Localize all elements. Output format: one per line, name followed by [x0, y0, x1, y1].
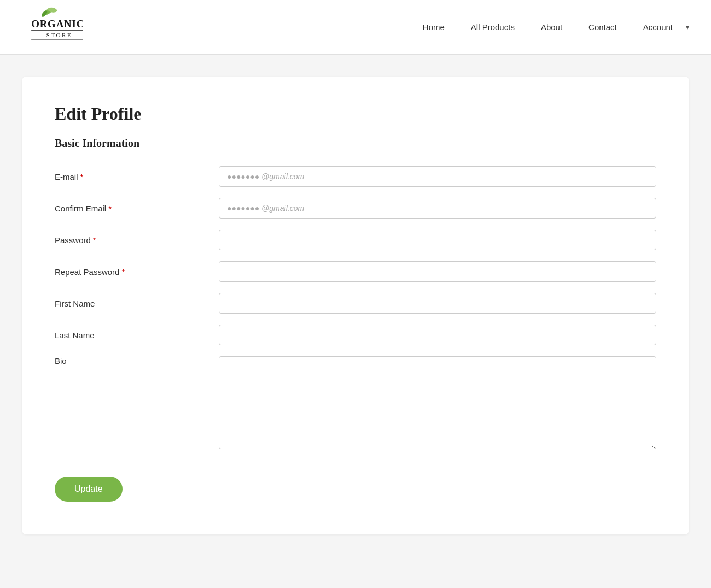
first-name-input[interactable] [219, 293, 656, 314]
password-row: Password* [55, 230, 656, 250]
nav-account[interactable]: Account [632, 18, 684, 36]
email-label: E-mail* [55, 172, 219, 181]
svg-text:STORE: STORE [46, 32, 73, 38]
form-card: Edit Profile Basic Information E-mail* C… [22, 77, 689, 534]
nav-all-products[interactable]: All Products [460, 18, 526, 36]
section-title: Basic Information [55, 137, 656, 150]
last-name-input[interactable] [219, 325, 656, 345]
nav-home[interactable]: Home [412, 18, 456, 36]
bio-label: Bio [55, 356, 219, 366]
last-name-row: Last Name [55, 325, 656, 345]
password-required-star: * [93, 236, 96, 245]
repeat-password-label: Repeat Password* [55, 267, 219, 277]
repeat-password-input[interactable] [219, 261, 656, 282]
chevron-down-icon: ▾ [686, 23, 689, 31]
first-name-row: First Name [55, 293, 656, 314]
logo[interactable]: ORGANIC STORE [22, 5, 88, 49]
bio-row: Bio [55, 356, 656, 449]
repeat-password-row: Repeat Password* [55, 261, 656, 282]
header: ORGANIC STORE Home All Products About Co… [0, 0, 711, 55]
page-wrapper: Edit Profile Basic Information E-mail* C… [11, 55, 700, 556]
email-required-star: * [80, 172, 84, 181]
page-title: Edit Profile [55, 104, 656, 124]
update-button[interactable]: Update [55, 477, 123, 502]
repeat-password-required-star: * [121, 267, 125, 277]
bio-textarea[interactable] [219, 356, 656, 449]
nav-account-wrapper[interactable]: Account ▾ [632, 18, 689, 36]
logo-icon: ORGANIC STORE [22, 5, 88, 49]
nav-about[interactable]: About [530, 18, 573, 36]
confirm-email-row: Confirm Email* [55, 198, 656, 219]
confirm-email-required-star: * [108, 204, 112, 213]
edit-profile-form: E-mail* Confirm Email* Password* [55, 166, 656, 502]
email-row: E-mail* [55, 166, 656, 187]
password-input[interactable] [219, 230, 656, 250]
first-name-label: First Name [55, 299, 219, 308]
confirm-email-label: Confirm Email* [55, 204, 219, 213]
nav-contact[interactable]: Contact [578, 18, 628, 36]
password-label: Password* [55, 236, 219, 245]
main-nav: Home All Products About Contact Account … [412, 18, 689, 36]
form-actions: Update [55, 460, 656, 502]
confirm-email-input[interactable] [219, 198, 656, 219]
last-name-label: Last Name [55, 331, 219, 340]
email-input[interactable] [219, 166, 656, 187]
svg-text:ORGANIC: ORGANIC [31, 18, 84, 30]
